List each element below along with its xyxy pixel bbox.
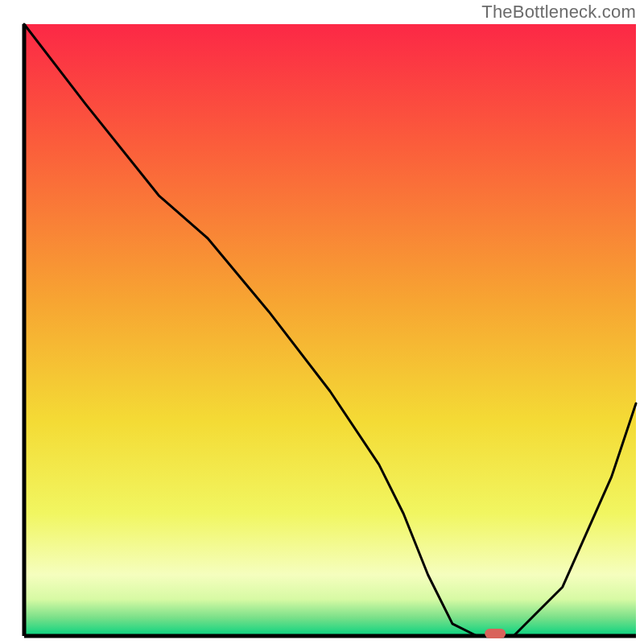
marker-pill — [485, 629, 506, 638]
bottleneck-chart — [0, 0, 644, 644]
chart-container: TheBottleneck.com — [0, 0, 644, 644]
plot-background — [24, 24, 636, 636]
